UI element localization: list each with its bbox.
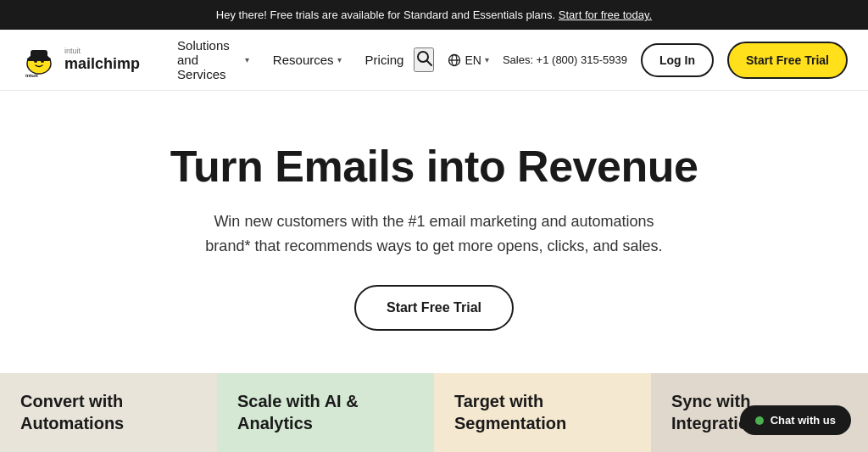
- chat-status-dot: [755, 416, 764, 425]
- nav-solutions-label: Solutions and Services: [177, 38, 242, 81]
- tile-analytics-label: Scale with AI & Analytics: [237, 390, 414, 434]
- start-free-trial-button-nav[interactable]: Start Free Trial: [727, 42, 848, 79]
- svg-rect-5: [27, 58, 51, 61]
- svg-line-8: [427, 61, 431, 65]
- tile-segmentation[interactable]: Target with Segmentation: [434, 373, 651, 452]
- top-banner: Hey there! Free trials are available for…: [0, 0, 868, 30]
- tile-automations-label: Convert with Automations: [20, 390, 197, 434]
- nav-resources-label: Resources: [273, 53, 334, 67]
- nav-links: Solutions and Services ▾ Resources ▾ Pri…: [167, 31, 414, 88]
- banner-text: Hey there! Free trials are available for…: [216, 8, 555, 21]
- hero-subtitle: Win new customers with the #1 email mark…: [197, 209, 671, 259]
- globe-icon: [448, 53, 461, 67]
- banner-link[interactable]: Start for free today.: [559, 8, 652, 21]
- feature-tiles: Convert with Automations Scale with AI &…: [0, 373, 868, 452]
- search-button[interactable]: [414, 47, 434, 72]
- nav-right: EN ▾ Sales: +1 (800) 315-5939 Log In Sta…: [414, 42, 848, 79]
- chat-label: Chat with us: [771, 414, 836, 427]
- nav-solutions-chevron: ▾: [245, 55, 249, 64]
- login-button[interactable]: Log In: [641, 43, 714, 77]
- mailchimp-logo-icon: intuit: [20, 42, 58, 79]
- chat-widget[interactable]: Chat with us: [740, 405, 851, 435]
- tile-analytics[interactable]: Scale with AI & Analytics: [217, 373, 434, 452]
- tile-automations[interactable]: Convert with Automations: [0, 373, 217, 452]
- sales-number: Sales: +1 (800) 315-5939: [503, 53, 627, 66]
- svg-point-7: [418, 52, 428, 62]
- lang-chevron: ▾: [485, 55, 489, 64]
- logo[interactable]: intuit intuit mailchimp: [20, 42, 140, 79]
- tile-segmentation-label: Target with Segmentation: [454, 390, 631, 434]
- hero-section: Turn Emails into Revenue Win new custome…: [0, 91, 868, 373]
- language-selector[interactable]: EN ▾: [448, 53, 488, 67]
- navbar: intuit intuit mailchimp Solutions and Se…: [0, 30, 868, 91]
- start-free-trial-button-hero[interactable]: Start Free Trial: [354, 285, 514, 331]
- nav-solutions[interactable]: Solutions and Services ▾: [167, 31, 259, 88]
- lang-label: EN: [465, 53, 481, 67]
- nav-pricing[interactable]: Pricing: [355, 46, 415, 74]
- search-icon: [415, 49, 432, 66]
- hero-title: Turn Emails into Revenue: [17, 142, 851, 193]
- nav-resources[interactable]: Resources ▾: [263, 46, 352, 74]
- nav-pricing-label: Pricing: [365, 53, 404, 67]
- nav-resources-chevron: ▾: [337, 55, 342, 64]
- svg-text:intuit: intuit: [25, 73, 38, 78]
- logo-mailchimp-text: mailchimp: [64, 56, 140, 73]
